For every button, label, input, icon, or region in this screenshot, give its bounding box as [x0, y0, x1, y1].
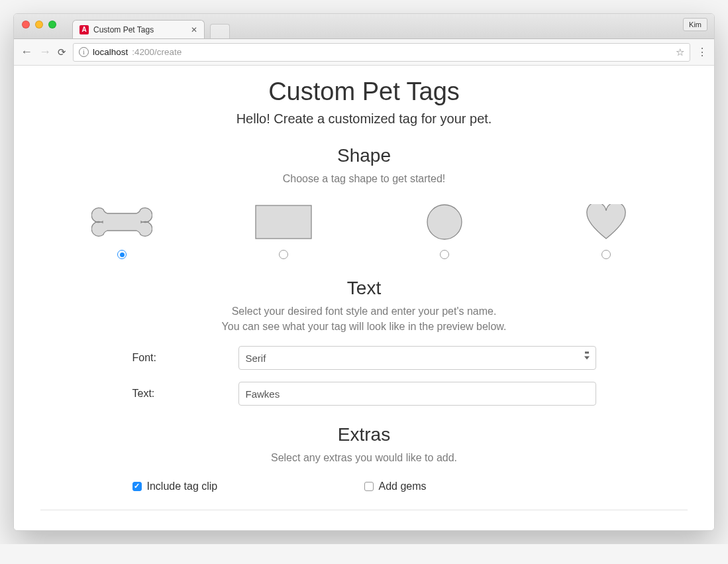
window-zoom-button[interactable]: [48, 21, 56, 28]
site-info-icon[interactable]: i: [79, 47, 89, 57]
chrome-menu-icon[interactable]: ⋮: [697, 46, 707, 58]
clip-checkbox[interactable]: [132, 482, 142, 491]
window-close-button[interactable]: [22, 21, 30, 28]
forward-button[interactable]: →: [39, 45, 51, 59]
window-minimize-button[interactable]: [35, 21, 43, 28]
profile-badge[interactable]: Kim: [683, 18, 707, 31]
angular-favicon-icon: A: [79, 25, 89, 34]
browser-window: A Custom Pet Tags ✕ Kim ← → ⟳ i localhos…: [13, 13, 715, 531]
url-path: :4200/create: [132, 47, 182, 57]
divider: [40, 510, 688, 510]
shape-option-bone: [46, 202, 199, 259]
shape-options: [46, 202, 682, 259]
shape-desc: Choose a tag shape to get started!: [40, 172, 688, 186]
extras-desc: Select any extras you would like to add.: [40, 451, 688, 465]
font-label: Font:: [132, 352, 238, 364]
back-button[interactable]: ←: [21, 45, 32, 59]
page-title: Custom Pet Tags: [40, 78, 688, 106]
extra-gems-option[interactable]: Add gems: [364, 480, 596, 492]
svg-rect-0: [256, 205, 311, 239]
bookmark-star-icon[interactable]: ☆: [676, 46, 684, 58]
shape-heading: Shape: [40, 145, 688, 166]
extras-heading: Extras: [40, 424, 688, 445]
extras-options: Include tag clip Add gems: [132, 480, 596, 492]
url-host: localhost: [93, 47, 128, 57]
svg-point-1: [427, 205, 462, 239]
circle-shape-icon: [426, 202, 463, 242]
text-row: Text:: [132, 382, 596, 406]
window-controls: [22, 21, 56, 28]
clip-label: Include tag clip: [147, 480, 218, 492]
text-heading: Text: [40, 278, 688, 299]
extra-clip-option[interactable]: Include tag clip: [132, 480, 364, 492]
page-content: Custom Pet Tags Hello! Create a customiz…: [14, 66, 714, 530]
gems-checkbox[interactable]: [364, 482, 374, 491]
shape-option-circle: [368, 202, 521, 259]
shape-radio-rectangle[interactable]: [279, 250, 288, 259]
shape-radio-bone[interactable]: [117, 250, 127, 259]
heart-shape-icon: [586, 202, 626, 242]
address-bar[interactable]: i localhost:4200/create ☆: [73, 43, 690, 62]
reload-button[interactable]: ⟳: [58, 46, 66, 58]
gems-label: Add gems: [379, 480, 427, 492]
font-select[interactable]: Serif: [238, 346, 596, 370]
browser-tab[interactable]: A Custom Pet Tags ✕: [72, 20, 205, 38]
pet-name-input[interactable]: [238, 382, 596, 406]
text-label: Text:: [132, 388, 238, 400]
rectangle-shape-icon: [255, 202, 312, 242]
chrome-titlebar: A Custom Pet Tags ✕ Kim: [14, 14, 714, 39]
tab-close-icon[interactable]: ✕: [191, 25, 197, 34]
shape-radio-heart[interactable]: [601, 250, 611, 259]
bone-shape-icon: [91, 202, 152, 242]
shape-radio-circle[interactable]: [440, 250, 449, 259]
tab-title: Custom Pet Tags: [93, 25, 154, 34]
page-subtitle: Hello! Create a customized tag for your …: [40, 111, 688, 127]
text-desc: Select your desired font style and enter…: [40, 304, 688, 334]
shape-option-heart: [529, 202, 682, 259]
shape-option-rectangle: [207, 202, 360, 259]
font-row: Font: Serif: [132, 346, 596, 370]
chrome-toolbar: ← → ⟳ i localhost:4200/create ☆ ⋮: [14, 39, 714, 66]
new-tab-button[interactable]: [210, 24, 230, 38]
